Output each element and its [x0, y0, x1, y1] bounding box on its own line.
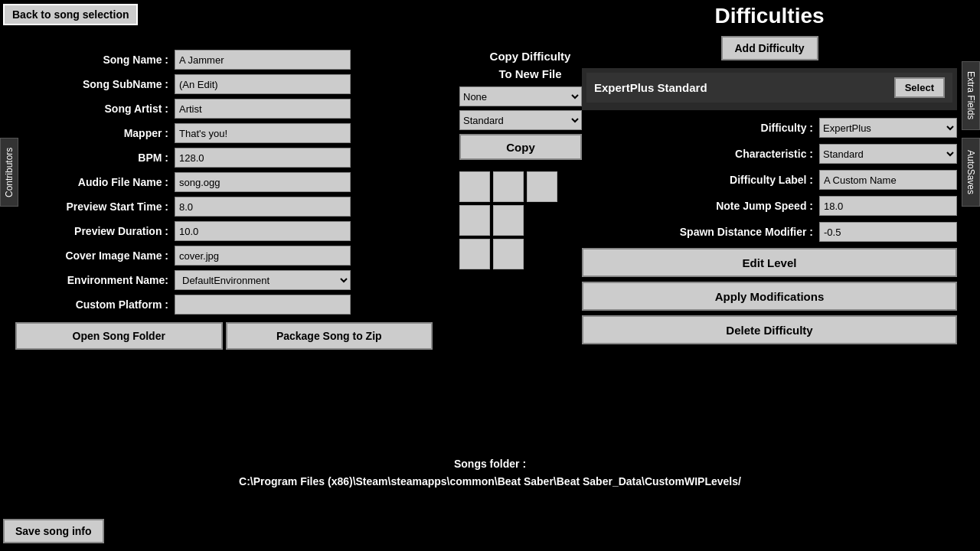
song-subname-label: Song SubName :: [15, 78, 168, 90]
difficulty-label-input[interactable]: [819, 170, 957, 190]
preview-start-input[interactable]: [175, 197, 351, 217]
grid-cell-6-empty: [527, 205, 557, 236]
delete-difficulty-button[interactable]: Delete Difficulty: [582, 315, 957, 344]
song-artist-row: Song Artist :: [15, 99, 433, 119]
characteristic-select-field[interactable]: Standard OneSaber NoArrows 360Degree 90D…: [819, 144, 957, 164]
note-jump-label: Note Jump Speed :: [660, 200, 813, 212]
add-difficulty-row: Add Difficulty: [582, 36, 957, 60]
spawn-distance-field-row: Spawn Distance Modifier :: [582, 222, 957, 242]
note-jump-field-row: Note Jump Speed :: [582, 196, 957, 216]
grid-cell-2[interactable]: [493, 171, 524, 202]
preview-duration-label: Preview Duration :: [15, 225, 168, 237]
save-song-info-button[interactable]: Save song info: [3, 519, 104, 543]
difficulties-list: ExpertPlus Standard Select: [582, 68, 957, 110]
copy-difficulty-header-line1: Copy Difficulty: [459, 50, 601, 63]
grid-cell-7[interactable]: [459, 239, 490, 269]
characteristic-field-row: Characteristic : Standard OneSaber NoArr…: [582, 144, 957, 164]
mapper-row: Mapper :: [15, 123, 433, 143]
custom-platform-input[interactable]: [175, 295, 351, 315]
add-difficulty-button[interactable]: Add Difficulty: [721, 36, 818, 60]
environment-select[interactable]: DefaultEnvironment: [175, 270, 351, 290]
spawn-distance-input[interactable]: [819, 222, 957, 242]
package-zip-button[interactable]: Package Song to Zip: [226, 322, 433, 350]
songs-folder-info: Songs folder : C:\Program Files (x86)\St…: [0, 455, 980, 490]
song-name-label: Song Name :: [15, 54, 168, 66]
copy-difficulty-panel: Copy Difficulty To New File None Standar…: [459, 50, 601, 269]
song-name-input[interactable]: [175, 50, 351, 70]
preview-duration-input[interactable]: [175, 221, 351, 241]
songs-folder-path: C:\Program Files (x86)\Steam\steamapps\c…: [0, 473, 980, 490]
characteristic-field-label: Characteristic :: [660, 148, 813, 160]
copy-difficulty-dropdown2[interactable]: Standard: [459, 110, 582, 130]
apply-modifications-button[interactable]: Apply Modifications: [582, 282, 957, 311]
bpm-label: BPM :: [15, 152, 168, 164]
back-button[interactable]: Back to song selection: [3, 4, 138, 25]
grid-cell-5[interactable]: [493, 205, 524, 236]
copy-button[interactable]: Copy: [459, 134, 582, 160]
extra-fields-tab[interactable]: Extra Fields: [962, 61, 980, 130]
mapper-label: Mapper :: [15, 127, 168, 139]
edit-level-button[interactable]: Edit Level: [582, 248, 957, 277]
difficulty-item-name: ExpertPlus Standard: [594, 81, 894, 94]
autosaves-tab[interactable]: AutoSaves: [962, 138, 980, 207]
audio-file-row: Audio File Name :: [15, 172, 433, 192]
spawn-distance-label: Spawn Distance Modifier :: [660, 226, 813, 238]
song-name-row: Song Name :: [15, 50, 433, 70]
cover-image-input[interactable]: [175, 246, 351, 266]
difficulties-title: Difficulties: [582, 4, 957, 28]
audio-file-label: Audio File Name :: [15, 176, 168, 188]
preview-start-label: Preview Start Time :: [15, 201, 168, 213]
grid-cell-1[interactable]: [459, 171, 490, 202]
note-jump-input[interactable]: [819, 196, 957, 216]
environment-label: Environment Name:: [15, 274, 168, 286]
song-artist-input[interactable]: [175, 99, 351, 119]
song-subname-input[interactable]: [175, 74, 351, 94]
songs-folder-label: Songs folder :: [0, 455, 980, 472]
bottom-buttons: Open Song Folder Package Song to Zip: [15, 322, 433, 350]
preview-start-row: Preview Start Time :: [15, 197, 433, 217]
grid-cell-4[interactable]: [459, 205, 490, 236]
difficulty-label-field-row: Difficulty Label :: [582, 170, 957, 190]
mapper-input[interactable]: [175, 123, 351, 143]
grid-cell-3[interactable]: [527, 171, 557, 202]
copy-difficulty-header-line2: To New File: [459, 67, 601, 80]
difficulty-item: ExpertPlus Standard Select: [586, 73, 952, 103]
custom-platform-row: Custom Platform :: [15, 295, 433, 315]
song-subname-row: Song SubName :: [15, 74, 433, 94]
preview-duration-row: Preview Duration :: [15, 221, 433, 241]
difficulty-select-button[interactable]: Select: [894, 77, 945, 98]
difficulty-form: Difficulty : ExpertPlus Expert Hard Norm…: [582, 118, 957, 344]
difficulty-field-label: Difficulty :: [660, 122, 813, 134]
cover-image-row: Cover Image Name :: [15, 246, 433, 266]
bpm-row: BPM :: [15, 148, 433, 168]
open-folder-button[interactable]: Open Song Folder: [15, 322, 223, 350]
custom-platform-label: Custom Platform :: [15, 298, 168, 311]
right-panel: Difficulties Add Difficulty ExpertPlus S…: [582, 4, 957, 349]
left-panel: Song Name : Song SubName : Song Artist :…: [15, 50, 433, 350]
audio-file-input[interactable]: [175, 172, 351, 192]
difficulty-grid: [459, 171, 601, 269]
environment-row: Environment Name: DefaultEnvironment: [15, 270, 433, 290]
grid-cell-8[interactable]: [493, 239, 524, 269]
difficulty-label-field-label: Difficulty Label :: [660, 174, 813, 186]
difficulty-field-row: Difficulty : ExpertPlus Expert Hard Norm…: [582, 118, 957, 138]
song-artist-label: Song Artist :: [15, 103, 168, 115]
copy-difficulty-dropdown1[interactable]: None: [459, 86, 582, 106]
difficulty-select-field[interactable]: ExpertPlus Expert Hard Normal Easy: [819, 118, 957, 138]
bpm-input[interactable]: [175, 148, 351, 168]
cover-image-label: Cover Image Name :: [15, 249, 168, 262]
grid-cell-9-empty: [527, 239, 557, 269]
